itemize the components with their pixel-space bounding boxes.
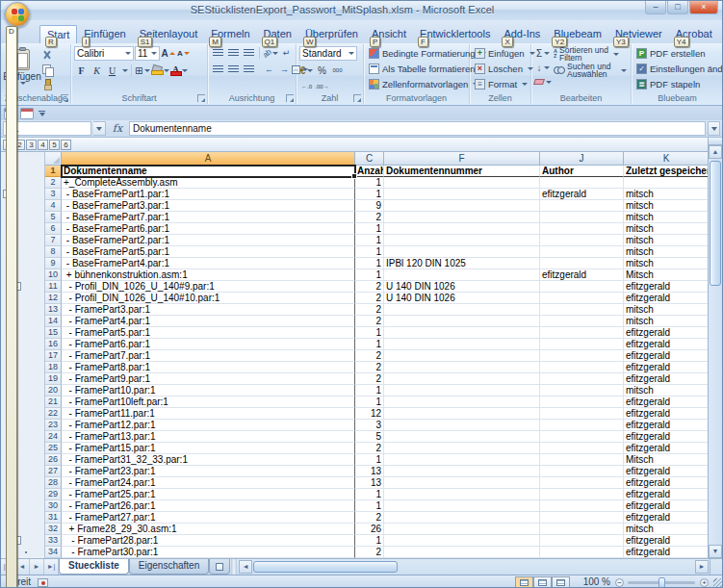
cell-C4[interactable]: 9 xyxy=(355,200,384,212)
zoom-in-button[interactable]: + xyxy=(700,578,709,587)
cell-J8[interactable] xyxy=(540,246,624,258)
cell-A11[interactable]: - Profil_DIN_1026_U_140#9.par:1 xyxy=(62,281,355,293)
cell-K7[interactable]: mitsch xyxy=(624,235,710,246)
cell-A3[interactable]: - BaseFramePart1.par:1 xyxy=(62,189,355,200)
cell-C26[interactable]: 1 xyxy=(355,454,384,466)
cell-A23[interactable]: - FramePart12.par:1 xyxy=(62,420,355,431)
column-header-F[interactable]: F xyxy=(384,152,540,166)
cell-F31[interactable] xyxy=(384,512,540,524)
cell-A10[interactable]: + bühnenkonstruktion.asm:1 xyxy=(62,269,355,281)
cell-K26[interactable]: Mitsch xyxy=(624,454,710,466)
pdf-create-button[interactable]: PDF erstellen xyxy=(634,46,721,61)
cell-K12[interactable]: efitzgerald xyxy=(624,293,710,304)
delete-cells-button[interactable]: Löschen xyxy=(473,62,529,76)
cell-K21[interactable]: efitzgerald xyxy=(624,396,710,408)
macro-record-icon[interactable] xyxy=(38,578,48,587)
orientation-button[interactable]: ab xyxy=(263,46,278,60)
row-header-17[interactable]: 17 xyxy=(45,350,62,362)
cell-J29[interactable] xyxy=(540,489,624,500)
cell-A25[interactable]: - FramePart15.par:1 xyxy=(62,443,355,454)
cell-K14[interactable]: mitsch xyxy=(624,316,710,327)
cell-K24[interactable]: efitzgerald xyxy=(624,431,710,443)
cell-J5[interactable] xyxy=(540,212,624,223)
outline-level-button-5[interactable]: 5 xyxy=(49,140,60,150)
cell-K19[interactable]: efitzgerald xyxy=(624,373,710,385)
tab-seitenlayout[interactable]: SeitenlayoutS1 xyxy=(133,25,205,43)
cell-F19[interactable] xyxy=(384,373,540,385)
cell-A15[interactable]: - FramePart5.par:1 xyxy=(62,327,355,339)
clear-button[interactable] xyxy=(534,75,552,89)
row-header-30[interactable]: 30 xyxy=(45,500,62,512)
cell-K17[interactable]: efitzgerald xyxy=(624,350,710,362)
expand-formula-bar-button[interactable] xyxy=(708,121,720,136)
zoom-level-label[interactable]: 100 % xyxy=(583,576,610,587)
cell-F20[interactable] xyxy=(384,385,540,396)
cell-A22[interactable]: - FramePart11.par:1 xyxy=(62,408,355,420)
cell-J28[interactable] xyxy=(540,477,624,489)
cell-A21[interactable]: - FramePart10left.par:1 xyxy=(62,396,355,408)
cell-F3[interactable] xyxy=(384,189,540,200)
cell-A6[interactable]: - BaseFramePart6.par:1 xyxy=(62,223,355,235)
dialog-launcher-zahl[interactable] xyxy=(353,94,361,102)
row-header-1[interactable]: 1 xyxy=(45,166,62,177)
cell-J3[interactable]: efitzgerald xyxy=(540,189,624,200)
cell-J25[interactable] xyxy=(540,443,624,454)
cell-C10[interactable]: 1 xyxy=(355,269,384,281)
cell-K15[interactable]: efitzgerald xyxy=(624,327,710,339)
close-button[interactable]: × xyxy=(689,1,718,14)
scroll-left-button[interactable]: ◄ xyxy=(239,560,252,574)
row-header-7[interactable]: 7 xyxy=(45,235,62,246)
tab-formeln[interactable]: FormelnM xyxy=(204,25,256,43)
cell-J20[interactable] xyxy=(540,385,624,396)
name-box-dropdown[interactable] xyxy=(93,121,106,136)
tab-netviewer[interactable]: NetviewerY3 xyxy=(608,25,669,43)
vertical-scrollbar-thumb[interactable] xyxy=(710,161,721,286)
row-header-14[interactable]: 14 xyxy=(45,316,62,327)
cell-A2[interactable]: +_CompleteAssembly.asm xyxy=(62,177,355,189)
cell-F34[interactable] xyxy=(384,547,540,558)
cell-C1[interactable]: Anzahl xyxy=(355,166,384,177)
tab-add-ins[interactable]: Add-InsX xyxy=(497,25,547,43)
tab-acrobat[interactable]: AcrobatY4 xyxy=(669,25,719,43)
cell-C3[interactable]: 1 xyxy=(355,189,384,200)
cell-F23[interactable] xyxy=(384,420,540,431)
row-header-21[interactable]: 21 xyxy=(45,396,62,408)
change-settings-button[interactable]: Einstellungen ändern xyxy=(634,62,721,76)
cell-C15[interactable]: 1 xyxy=(355,327,384,339)
decrease-indent-button[interactable]: ← xyxy=(262,63,276,76)
cell-J7[interactable] xyxy=(540,235,624,246)
cell-K34[interactable]: efitzgerald xyxy=(624,547,710,558)
cell-A19[interactable]: - FramePart9.par:1 xyxy=(62,373,355,385)
row-header-20[interactable]: 20 xyxy=(45,385,62,396)
cell-K5[interactable]: mitsch xyxy=(624,212,710,223)
next-sheet-button[interactable]: ► xyxy=(30,559,44,575)
zoom-out-button[interactable]: − xyxy=(615,578,624,587)
align-top-button[interactable] xyxy=(211,46,225,60)
cell-A28[interactable]: - FramePart24.par:1 xyxy=(62,477,355,489)
cell-styles-button[interactable]: Zellenformatvorlagen xyxy=(367,77,467,91)
row-header-34[interactable]: 34 xyxy=(45,547,62,558)
cell-A27[interactable]: - FramePart23.par:1 xyxy=(62,466,355,477)
cell-A9[interactable]: - BaseFramePart4.par:1 xyxy=(62,258,355,269)
cell-F2[interactable] xyxy=(384,177,540,189)
row-header-29[interactable]: 29 xyxy=(45,489,62,500)
align-right-button[interactable] xyxy=(242,63,256,76)
column-header-J[interactable]: J xyxy=(540,152,624,166)
resize-grip[interactable] xyxy=(713,578,723,588)
cell-F8[interactable] xyxy=(384,246,540,258)
cell-J15[interactable] xyxy=(540,327,624,339)
cell-F32[interactable] xyxy=(384,524,540,535)
tab-einf-gen[interactable]: EinfügenI xyxy=(77,25,132,43)
cell-F22[interactable] xyxy=(384,408,540,420)
row-header-11[interactable]: 11 xyxy=(45,281,62,293)
cell-A13[interactable]: - FramePart3.par:1 xyxy=(62,304,355,316)
office-button[interactable] xyxy=(5,2,30,27)
cell-J27[interactable] xyxy=(540,466,624,477)
cell-J23[interactable] xyxy=(540,420,624,431)
sort-filter-button[interactable]: AZSortieren und Filtern xyxy=(554,46,627,62)
cell-J30[interactable] xyxy=(540,500,624,512)
horizontal-scrollbar[interactable]: ◄ ► xyxy=(238,559,710,575)
cell-A30[interactable]: - FramePart26.par:1 xyxy=(62,500,355,512)
cell-K32[interactable]: mitsch xyxy=(624,524,710,535)
tab-bluebeam[interactable]: BluebeamY2 xyxy=(547,25,608,43)
